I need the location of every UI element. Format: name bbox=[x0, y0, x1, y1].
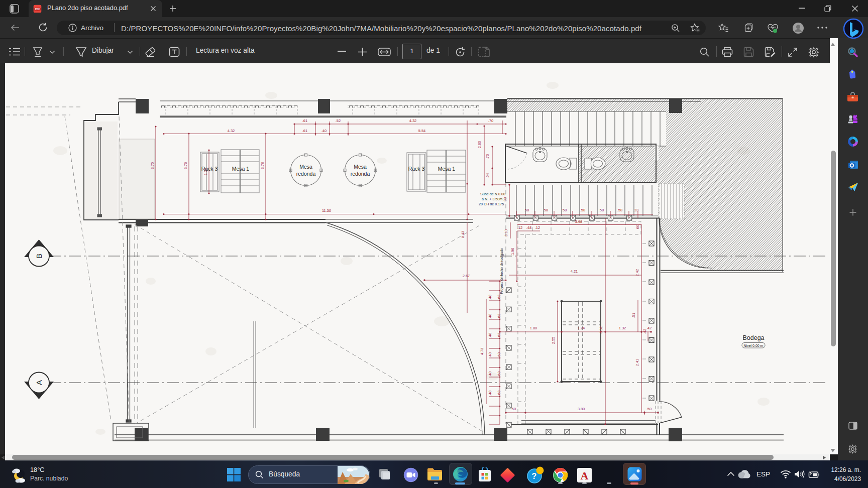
svg-text:.48: .48 bbox=[526, 225, 531, 230]
svg-text:2.67: 2.67 bbox=[463, 274, 470, 278]
svg-text:.58: .58 bbox=[580, 208, 585, 212]
svg-text:4.32: 4.32 bbox=[228, 129, 235, 133]
svg-text:Proyección techo descolgado: Proyección techo descolgado bbox=[500, 248, 504, 294]
svg-text:.42: .42 bbox=[642, 329, 647, 334]
svg-text:.63: .63 bbox=[497, 372, 501, 377]
svg-text:.58: .58 bbox=[599, 208, 604, 212]
svg-text:B: B bbox=[35, 254, 43, 259]
svg-text:4.73: 4.73 bbox=[480, 348, 484, 355]
svg-text:11.50: 11.50 bbox=[322, 208, 331, 213]
svg-text:.50: .50 bbox=[511, 407, 516, 411]
svg-text:2.60: 2.60 bbox=[477, 141, 482, 149]
svg-text:3.80: 3.80 bbox=[578, 407, 585, 411]
svg-text:Mesa: Mesa bbox=[354, 164, 367, 170]
svg-text:redonda: redonda bbox=[351, 171, 370, 177]
svg-text:.51: .51 bbox=[631, 313, 636, 318]
svg-text:Bodega: Bodega bbox=[742, 334, 764, 341]
svg-text:4.32: 4.32 bbox=[409, 118, 417, 123]
svg-text:PDF: PDF bbox=[35, 8, 40, 11]
svg-text:3.75: 3.75 bbox=[150, 162, 155, 170]
svg-text:.48: .48 bbox=[488, 391, 492, 396]
svg-text:.48: .48 bbox=[488, 372, 492, 377]
svg-text:.52: .52 bbox=[336, 118, 341, 123]
svg-text:.48: .48 bbox=[488, 333, 492, 338]
svg-text:Mesa: Mesa bbox=[299, 164, 312, 170]
svg-text:.63: .63 bbox=[497, 352, 501, 357]
svg-text:A: A bbox=[581, 469, 589, 482]
svg-text:2.42: 2.42 bbox=[635, 269, 639, 277]
svg-text:a N. + 3.50m: a N. + 3.50m bbox=[482, 197, 502, 201]
svg-text:.63: .63 bbox=[497, 333, 501, 338]
svg-text:1.24: 1.24 bbox=[578, 326, 585, 330]
svg-text:1.32: 1.32 bbox=[619, 326, 626, 330]
svg-text:3.10: 3.10 bbox=[504, 229, 508, 237]
svg-text:20 CH de 0.175: 20 CH de 0.175 bbox=[479, 202, 504, 206]
svg-text:3.98: 3.98 bbox=[575, 219, 583, 224]
svg-text:?: ? bbox=[532, 472, 537, 480]
svg-text:.40: .40 bbox=[321, 129, 327, 133]
svg-text:60: 60 bbox=[635, 225, 640, 229]
svg-text:4.21: 4.21 bbox=[571, 269, 578, 274]
svg-text:.48: .48 bbox=[488, 295, 492, 300]
svg-text:.58: .58 bbox=[524, 208, 529, 212]
svg-text:Rack 3: Rack 3 bbox=[201, 166, 218, 172]
svg-text:.12: .12 bbox=[517, 225, 522, 230]
svg-text:6.02: 6.02 bbox=[599, 326, 603, 334]
svg-text:1.80: 1.80 bbox=[530, 326, 537, 330]
svg-text:A: A bbox=[35, 380, 43, 385]
svg-text:.42: .42 bbox=[646, 326, 652, 330]
svg-text:Nivel 0.00 m: Nivel 0.00 m bbox=[744, 344, 764, 347]
svg-text:Sube de N.0.00: Sube de N.0.00 bbox=[480, 192, 505, 196]
svg-text:.12: .12 bbox=[535, 225, 540, 230]
svg-text:.70: .70 bbox=[488, 118, 493, 123]
svg-text:.33: .33 bbox=[633, 208, 638, 212]
svg-text:8.43: 8.43 bbox=[461, 231, 465, 238]
svg-text:.48: .48 bbox=[488, 352, 492, 357]
svg-text:.58: .58 bbox=[617, 208, 622, 212]
svg-text:.63: .63 bbox=[497, 295, 501, 300]
svg-text:Mesa 1: Mesa 1 bbox=[232, 166, 250, 172]
svg-text:.63: .63 bbox=[497, 314, 501, 319]
svg-text:.70: .70 bbox=[485, 154, 490, 159]
svg-text:2.55: 2.55 bbox=[551, 337, 556, 344]
svg-text:2.41: 2.41 bbox=[635, 359, 639, 367]
svg-text:Rack 3: Rack 3 bbox=[408, 166, 425, 172]
svg-text:.48: .48 bbox=[488, 314, 492, 319]
svg-text:redonda: redonda bbox=[296, 171, 316, 177]
svg-text:3.78: 3.78 bbox=[260, 162, 265, 170]
svg-text:.58: .58 bbox=[543, 208, 548, 212]
svg-text:.61: .61 bbox=[302, 118, 307, 123]
svg-text:.54: .54 bbox=[485, 173, 490, 178]
svg-text:5.54: 5.54 bbox=[418, 129, 426, 133]
svg-text:.63: .63 bbox=[497, 391, 501, 396]
svg-text:3.76: 3.76 bbox=[183, 162, 188, 170]
svg-text:-1.96: -1.96 bbox=[510, 248, 515, 256]
svg-text:.58: .58 bbox=[562, 208, 567, 212]
svg-text:.50: .50 bbox=[646, 407, 652, 411]
svg-text:Mesa 1: Mesa 1 bbox=[438, 166, 456, 172]
svg-text:.61: .61 bbox=[302, 129, 307, 133]
